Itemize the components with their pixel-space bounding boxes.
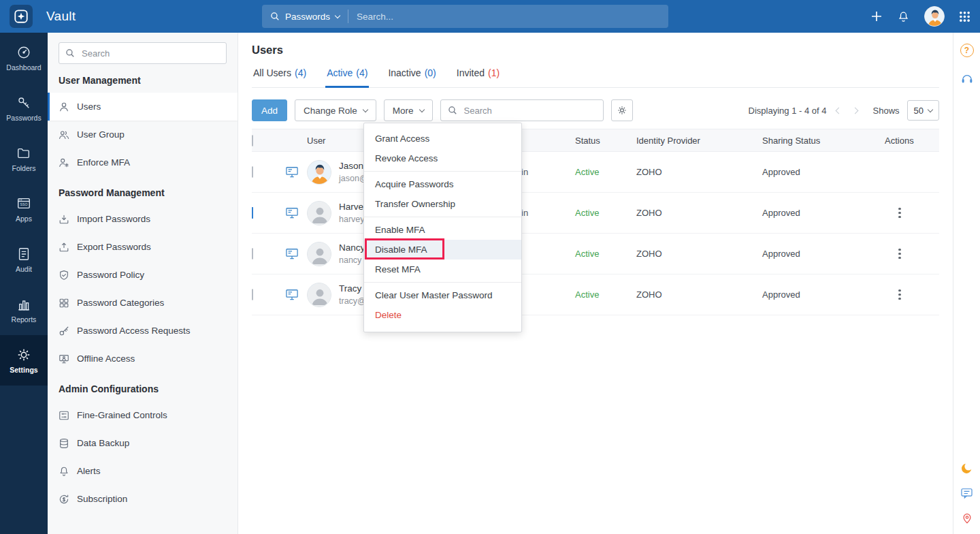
table-search-input[interactable] xyxy=(463,105,596,116)
tab-label: All Users xyxy=(253,67,291,78)
subscription-refresh-icon xyxy=(59,494,69,505)
sidebar-item-import-passwords[interactable]: Import Passwords xyxy=(48,205,238,233)
sidebar-item-alerts[interactable]: Alerts xyxy=(48,457,238,485)
nav-item-dashboard[interactable]: Dashboard xyxy=(0,33,48,83)
user-avatar[interactable] xyxy=(924,6,945,27)
search-scope-dropdown[interactable]: Passwords xyxy=(262,5,348,28)
tab-count: (1) xyxy=(488,67,500,78)
nav-item-reports[interactable]: Reports xyxy=(0,285,48,335)
menu-item-grant-access[interactable]: Grant Access xyxy=(364,129,521,148)
sidebar-item-export-passwords[interactable]: Export Passwords xyxy=(48,233,238,261)
monitor-icon xyxy=(286,248,298,260)
actions-cell xyxy=(878,208,939,219)
moon-icon[interactable] xyxy=(960,462,973,475)
header-actions: Actions xyxy=(878,136,939,146)
sidebar-item-label: Password Access Requests xyxy=(77,326,191,336)
status-badge: Active xyxy=(568,289,630,300)
user-name: Nancy xyxy=(339,242,365,253)
page-next-chevron-icon[interactable] xyxy=(851,107,858,114)
sidebar-item-fine-grained-controls[interactable]: Fine-Grained Controls xyxy=(48,401,238,429)
sharing-status: Approved xyxy=(755,289,878,300)
row-checkbox[interactable] xyxy=(252,207,253,219)
identity-provider: ZOHO xyxy=(630,289,755,300)
section-header-admin-configurations: Admin Configurations xyxy=(48,377,238,401)
search-icon xyxy=(65,48,75,58)
topbar-actions xyxy=(870,0,970,33)
plus-icon[interactable] xyxy=(870,10,883,22)
toolbar: Add Change Role More xyxy=(252,99,939,121)
sidebar-item-password-policy[interactable]: Password Policy xyxy=(48,261,238,289)
menu-item-revoke-access[interactable]: Revoke Access xyxy=(364,148,521,168)
sidebar-item-label: Users xyxy=(77,101,101,112)
database-icon xyxy=(59,438,69,449)
headset-icon[interactable] xyxy=(960,72,974,86)
bell-icon[interactable] xyxy=(897,10,910,23)
row-checkbox[interactable] xyxy=(252,289,253,300)
utility-rail: ? xyxy=(953,33,980,534)
menu-item-clear-user-master-password[interactable]: Clear User Master Password xyxy=(364,285,521,305)
sidebar-item-label: User Group xyxy=(77,129,125,140)
import-icon xyxy=(59,214,69,225)
nav-item-folders[interactable]: Folders xyxy=(0,134,48,184)
table-row: Jason jason@ in Active ZOHO Approved xyxy=(252,152,939,193)
nav-item-apps[interactable]: SSO Apps xyxy=(0,184,48,234)
row-checkbox[interactable] xyxy=(252,248,253,260)
app-shell: Dashboard Passwords Folders SSO Apps xyxy=(0,33,980,534)
menu-divider xyxy=(364,171,521,172)
topbar: Vault Passwords xyxy=(0,0,980,33)
sidebar-item-enforce-mfa[interactable]: Enforce MFA xyxy=(48,148,238,176)
menu-item-acquire-passwords[interactable]: Acquire Passwords xyxy=(364,174,521,194)
sidebar-item-data-backup[interactable]: Data Backup xyxy=(48,429,238,457)
tab-inactive[interactable]: Inactive (0) xyxy=(387,61,437,87)
pin-icon[interactable] xyxy=(961,512,973,524)
actions-cell xyxy=(878,289,939,300)
nav-item-audit[interactable]: Audit xyxy=(0,234,48,285)
main-content: Users All Users (4) Active (4) Inactive … xyxy=(238,33,953,534)
menu-item-transfer-ownership[interactable]: Transfer Ownership xyxy=(364,194,521,214)
global-search-input[interactable] xyxy=(348,12,668,22)
table-search xyxy=(440,99,604,121)
page-size-select[interactable]: 50 xyxy=(907,100,939,121)
menu-item-disable-mfa[interactable]: Disable MFA xyxy=(364,240,521,260)
chat-icon[interactable] xyxy=(960,487,973,500)
nav-item-passwords[interactable]: Passwords xyxy=(0,83,48,134)
key-request-icon xyxy=(59,326,69,336)
row-actions-kebab-icon[interactable] xyxy=(898,289,904,300)
tab-all-users[interactable]: All Users (4) xyxy=(252,61,308,87)
sidebar-item-password-access-requests[interactable]: Password Access Requests xyxy=(48,317,238,345)
nav-item-settings[interactable]: Settings xyxy=(0,335,48,386)
apps-grid-icon[interactable] xyxy=(959,11,970,22)
sidebar-item-label: Subscription xyxy=(77,494,127,504)
menu-item-enable-mfa[interactable]: Enable MFA xyxy=(364,220,521,240)
row-checkbox[interactable] xyxy=(252,166,253,178)
tab-active[interactable]: Active (4) xyxy=(325,61,369,87)
user-email: nancy xyxy=(339,255,365,265)
nav-label: Passwords xyxy=(6,114,41,122)
tab-count: (4) xyxy=(295,67,306,78)
sidebar-item-offline-access[interactable]: Offline Access xyxy=(48,345,238,373)
folder-icon xyxy=(16,146,31,161)
page-prev-chevron-icon[interactable] xyxy=(835,107,842,114)
row-actions-kebab-icon[interactable] xyxy=(898,208,904,219)
more-dropdown[interactable]: More xyxy=(384,99,433,121)
nav-label: Apps xyxy=(16,215,32,223)
tab-invited[interactable]: Invited (1) xyxy=(455,61,501,87)
table-settings-button[interactable] xyxy=(611,99,633,121)
sidebar-item-user-group[interactable]: User Group xyxy=(48,121,238,148)
help-icon[interactable]: ? xyxy=(960,44,974,57)
sidebar-search-input[interactable] xyxy=(80,48,220,59)
row-actions-kebab-icon[interactable] xyxy=(898,249,904,260)
sidebar-item-password-categories[interactable]: Password Categories xyxy=(48,289,238,317)
select-all-checkbox[interactable] xyxy=(252,135,253,146)
svg-text:SSO: SSO xyxy=(20,202,28,206)
sidebar-item-users[interactable]: Users xyxy=(48,93,238,121)
menu-item-delete[interactable]: Delete xyxy=(364,305,521,325)
add-button[interactable]: Add xyxy=(252,99,287,121)
tab-label: Active xyxy=(327,67,353,78)
menu-item-reset-mfa[interactable]: Reset MFA xyxy=(364,260,521,279)
change-role-dropdown[interactable]: Change Role xyxy=(295,99,376,121)
avatar-silhouette xyxy=(308,202,331,225)
status-badge: Active xyxy=(568,249,630,259)
sidebar-item-subscription[interactable]: Subscription xyxy=(48,485,238,513)
vault-logo[interactable] xyxy=(10,5,33,28)
